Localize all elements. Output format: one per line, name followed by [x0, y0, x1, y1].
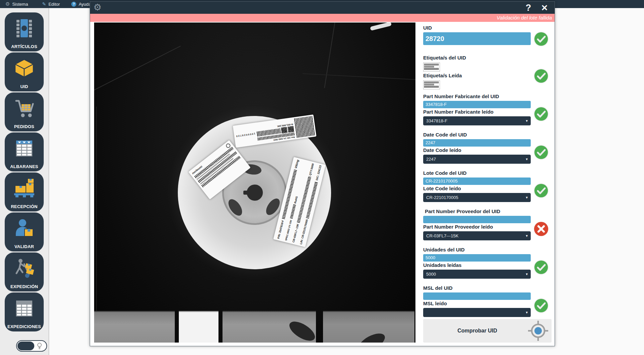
chevron-down-icon: ▾: [526, 193, 528, 202]
label-datecode-text: D/C: 2241Z3: [316, 165, 322, 181]
sidebar-item-label: RECEPCIÓN: [5, 204, 44, 209]
uid-field[interactable]: 28720: [423, 32, 531, 45]
validation-failed-banner: Validación del lote fallida: [90, 14, 555, 22]
status-pn-proveedor-cross-icon: [533, 221, 549, 237]
pn-fabricante-leido-label: Part Number Fabricante leído: [423, 109, 534, 116]
menu-item-sistema[interactable]: ⚙ Sistema: [5, 1, 28, 7]
light-toggle[interactable]: [16, 340, 47, 352]
datecode-uid-field[interactable]: 2247: [423, 139, 531, 147]
chevron-down-icon: ▾: [526, 308, 528, 317]
sidebar-item-uid[interactable]: UID: [5, 52, 44, 91]
unidades-uid-field[interactable]: 5000: [423, 254, 531, 262]
sidebar-item-albaranes[interactable]: ALBARANES: [5, 132, 44, 171]
select-value: CR-03FL7---15K: [426, 231, 458, 240]
box-edge-line: [324, 23, 335, 88]
sidebar-item-label: UID: [5, 84, 44, 89]
etiqueta-leida-label: Etiqueta/s Leída: [423, 73, 534, 79]
application-window: ⚙ Sistema ✎ Editor ? Ayuda ARTÍCULOS UID: [0, 0, 644, 355]
label-serial-text: 1000028720: [236, 133, 255, 138]
button-label: Comprobar UID: [457, 328, 497, 334]
unidades-uid-label: Unidades del UID: [423, 247, 534, 253]
box-edge-line: [96, 107, 97, 322]
sidebar-divider: [49, 8, 49, 355]
unidades-leidas-label: Unidades leídas: [423, 262, 534, 269]
barcode-stripes: [293, 116, 315, 138]
lotecode-uid-label: Lote Code del UID: [423, 170, 534, 177]
pn-fabricante-uid-field[interactable]: 3347818-F: [423, 101, 531, 108]
status-msl-check-icon: [533, 298, 549, 313]
qr-code: [288, 126, 294, 132]
select-value: 5000: [426, 270, 436, 279]
status-datecode-check-icon: [533, 145, 549, 160]
msl-leido-select[interactable]: ▾: [423, 308, 531, 317]
box-floor-segment: [94, 311, 175, 343]
dialog-help-button[interactable]: ?: [522, 2, 535, 14]
field-value: 3347818-F: [426, 102, 447, 107]
datecode-leido-select[interactable]: 2247 ▾: [423, 155, 531, 164]
light-glare: [370, 23, 392, 31]
reel-tape-icon: [14, 18, 34, 38]
hand-truck-icon: [14, 259, 34, 278]
status-etiquetas-check-icon: [533, 68, 549, 84]
unidades-leidas-select[interactable]: 5000 ▾: [423, 270, 531, 279]
comprobar-uid-button[interactable]: Comprobar UID: [423, 319, 552, 343]
menu-item-ayuda[interactable]: ? Ayuda: [71, 2, 91, 7]
sidebar-item-label: VALIDAR: [5, 244, 44, 249]
pn-fabricante-uid-label: Part Number Fabricante del UID: [423, 93, 534, 100]
status-uid-check-icon: [533, 31, 549, 47]
lotecode-leido-select[interactable]: CR-2210170005 ▾: [423, 193, 531, 202]
cube-icon: [14, 58, 34, 78]
cart-icon: [14, 98, 35, 118]
pn-proveedor-uid-field[interactable]: [423, 216, 531, 223]
status-pn-fabricante-check-icon: [533, 106, 549, 122]
pn-proveedor-leido-label: Part Number Proveedor leído: [423, 224, 534, 231]
uid-label: UID: [423, 25, 534, 32]
target-icon: [527, 320, 549, 342]
barcode-stripes: [290, 204, 296, 219]
sidebar-item-expediciones[interactable]: EXPEDICIONES: [5, 292, 44, 331]
select-value: 3347818-F: [426, 116, 447, 125]
status-unidades-check-icon: [533, 260, 549, 275]
etiqueta-uid-label: Etiqueta/s del UID: [423, 55, 534, 62]
sidebar-item-pedidos[interactable]: PEDIDOS: [5, 92, 44, 131]
chevron-down-icon: ▾: [526, 270, 528, 279]
etiqueta-uid-thumbnail: [423, 63, 440, 72]
chevron-down-icon: ▾: [526, 231, 528, 240]
chevron-down-icon: ▾: [526, 155, 528, 164]
lightbulb-icon: [37, 343, 42, 351]
etiqueta-leida-thumbnail: [423, 80, 440, 89]
sidebar-item-label: EXPEDICIÓN: [5, 284, 44, 289]
pn-fabricante-leido-select[interactable]: 3347818-F ▾: [423, 116, 531, 125]
select-value: CR-2210170005: [426, 193, 458, 202]
msl-leido-label: MSL leído: [423, 301, 534, 307]
box-edge-line: [94, 46, 181, 92]
status-lotecode-check-icon: [533, 183, 549, 198]
select-value: 2247: [426, 155, 436, 164]
dialog-close-button[interactable]: ✕: [538, 2, 551, 14]
hub-center-hole: [247, 185, 263, 201]
table-gray-icon: [15, 299, 34, 318]
datecode-uid-label: Date Code del UID: [423, 132, 534, 139]
field-value: 5000: [426, 255, 435, 260]
pencil-icon: ✎: [42, 1, 46, 7]
lotecode-leido-label: Lote Code leído: [423, 186, 534, 192]
menu-item-editor[interactable]: ✎ Editor: [42, 1, 60, 7]
pn-proveedor-uid-label: Part Number Proveedor del UID: [425, 208, 536, 215]
field-value: CR-2210170005: [426, 179, 457, 184]
sidebar-item-label: EXPEDICIONES: [5, 324, 44, 329]
menu-label: Ayuda: [79, 2, 91, 7]
lotecode-uid-field[interactable]: CR-2210170005: [423, 178, 531, 185]
table-blue-icon: [15, 139, 34, 158]
msl-uid-label: MSL del UID: [423, 285, 534, 292]
sidebar-item-expedicion[interactable]: EXPEDICIÓN: [5, 252, 44, 291]
sidebar-item-recepcion[interactable]: RECEPCIÓN: [5, 172, 44, 211]
settings-gear-icon[interactable]: ⚙: [93, 2, 102, 12]
toggle-knob[interactable]: [17, 342, 34, 350]
sidebar-item-articulos[interactable]: ARTÍCULOS: [5, 12, 44, 51]
pallet-boxes-icon: [13, 179, 35, 198]
uid-value: 28720: [426, 35, 444, 42]
sidebar-item-validar[interactable]: VALIDAR: [5, 212, 44, 251]
msl-uid-field[interactable]: [423, 292, 531, 300]
menu-label: Sistema: [12, 2, 28, 7]
pn-proveedor-leido-select[interactable]: CR-03FL7---15K ▾: [423, 231, 531, 240]
